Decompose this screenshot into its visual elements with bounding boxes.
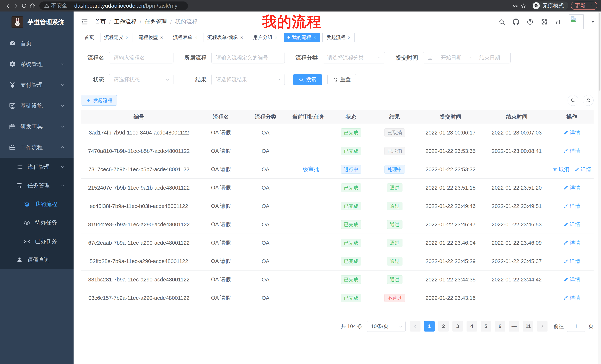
tab-process-form-edit[interactable]: 流程表单-编辑× — [204, 33, 247, 42]
action-detail-link[interactable]: 详情 — [563, 147, 580, 154]
action-detail-link[interactable]: 详情 — [563, 221, 580, 228]
refresh-table-button[interactable] — [583, 95, 594, 106]
sidebar-item-label: 基础设施 — [20, 102, 60, 110]
browser-menu-icon[interactable] — [589, 3, 593, 8]
back-icon[interactable] — [4, 2, 12, 10]
page-button-11[interactable]: 11 — [523, 321, 533, 332]
action-label: 取消 — [559, 166, 569, 173]
sidebar-item-payment-management[interactable]: 支付管理 — [0, 75, 74, 95]
action-detail-link[interactable]: 详情 — [563, 239, 580, 246]
scrollbar-thumb[interactable] — [599, 13, 601, 91]
hamburger-icon[interactable] — [80, 18, 88, 26]
action-detail-link[interactable]: 详情 — [563, 258, 580, 265]
fullscreen-icon[interactable] — [541, 18, 548, 26]
breadcrumb-item[interactable]: 任务管理 — [145, 18, 167, 26]
tab-process-model[interactable]: 流程模型× — [135, 33, 167, 42]
sidebar-item-process-management[interactable]: 流程管理 — [0, 158, 74, 176]
update-button[interactable]: 更新 — [571, 2, 597, 10]
prev-page-button[interactable] — [410, 321, 421, 332]
result-badge: 已取消 — [384, 128, 405, 137]
search-button[interactable]: 搜索 — [293, 74, 322, 85]
search-icon[interactable] — [498, 18, 506, 26]
process-category-select[interactable]: 请选择流程分类 — [323, 52, 385, 63]
sidebar-item-home[interactable]: 首页 — [0, 33, 74, 54]
breadcrumb-item[interactable]: 首页 — [95, 18, 106, 26]
edit-icon — [563, 277, 568, 282]
close-icon[interactable]: × — [194, 35, 197, 40]
submit-time-range-picker[interactable]: 开始日期 - 结束日期 — [423, 52, 511, 63]
action-detail-link[interactable]: 详情 — [563, 203, 580, 210]
sidebar-item-todo-tasks[interactable]: 待办任务 — [0, 213, 74, 232]
page-button-2[interactable]: 2 — [438, 321, 449, 332]
start-process-button[interactable]: 发起流程 — [81, 95, 117, 105]
page-button-5[interactable]: 5 — [481, 321, 491, 332]
action-links: 详情 — [563, 129, 580, 136]
sidebar-item-infrastructure[interactable]: 基础设施 — [0, 95, 74, 116]
reset-button[interactable]: 重置 — [327, 74, 356, 85]
close-icon[interactable]: × — [240, 35, 243, 40]
tab-my-process[interactable]: 我的流程× — [284, 33, 320, 42]
tab-start-process[interactable]: 发起流程× — [322, 33, 355, 42]
logo-image — [11, 16, 23, 28]
cell-end-time: 2022-01-22 23:46:53 — [483, 215, 550, 234]
action-detail-link[interactable]: 详情 — [563, 184, 580, 191]
page-size-select[interactable]: 10条/页 — [367, 321, 406, 332]
tab-user-group[interactable]: 用户分组× — [249, 33, 281, 42]
owner-process-label: 所属流程 — [182, 54, 207, 62]
current-task-link[interactable]: 一级审批 — [298, 166, 319, 172]
page-button-1[interactable]: 1 — [424, 321, 435, 332]
action-detail-link[interactable]: 详情 — [563, 129, 580, 136]
action-cancel-link[interactable]: 取消 — [552, 166, 569, 173]
page-button-3[interactable]: 3 — [452, 321, 463, 332]
action-label: 详情 — [570, 129, 580, 136]
page-button-4[interactable]: 4 — [467, 321, 477, 332]
goto-page-input[interactable] — [567, 321, 585, 332]
reload-icon[interactable] — [20, 2, 28, 10]
cell-actions: 详情 — [550, 179, 594, 197]
process-name-input[interactable] — [109, 52, 173, 63]
scrollbar[interactable] — [598, 11, 601, 364]
sidebar-item-leave-query[interactable]: 请假查询 — [0, 250, 74, 269]
column-header: 操作 — [550, 110, 594, 124]
github-icon[interactable] — [512, 18, 520, 26]
result-select[interactable]: 请选择流结果 — [211, 74, 285, 85]
action-detail-link[interactable]: 详情 — [563, 294, 580, 301]
close-icon[interactable]: × — [160, 35, 163, 40]
sidebar-item-task-management[interactable]: 任务管理 — [0, 176, 74, 195]
cell-process-id: 03c6c157-7b9a-11ec-a290-acde48001122 — [81, 289, 197, 307]
help-icon[interactable] — [526, 18, 534, 26]
font-size-icon[interactable] — [555, 18, 562, 26]
breadcrumb-item[interactable]: 工作流程 — [114, 18, 136, 26]
close-icon[interactable]: × — [313, 35, 316, 40]
address-bar[interactable]: 不安全 dashboard.yudao.iocoder.cn/bpm/task/… — [39, 1, 188, 10]
sidebar-item-my-process[interactable]: 我的流程 — [0, 195, 74, 213]
tab-process-form[interactable]: 流程表单× — [169, 33, 201, 42]
status-select[interactable]: 请选择状态 — [109, 74, 173, 85]
show-search-button[interactable] — [568, 95, 578, 106]
sidebar-item-system-management[interactable]: 系统管理 — [0, 54, 74, 75]
next-page-button[interactable] — [537, 321, 548, 332]
action-links: 详情 — [563, 239, 580, 246]
avatar-caret-icon[interactable] — [590, 19, 595, 25]
action-detail-link[interactable]: 详情 — [563, 276, 580, 283]
sidebar-item-done-tasks[interactable]: 已办任务 — [0, 232, 74, 250]
close-icon[interactable]: × — [348, 35, 351, 40]
page-button-6[interactable]: 6 — [495, 321, 505, 332]
tab-process-definition[interactable]: 流程定义× — [100, 33, 132, 42]
action-detail-link[interactable]: 详情 — [574, 166, 591, 173]
breadcrumb-separator: / — [109, 19, 111, 25]
forward-icon[interactable] — [12, 2, 20, 10]
cell-process-category: OA — [245, 270, 286, 289]
sidebar-item-workflow[interactable]: 工作流程 — [0, 137, 74, 158]
close-icon[interactable]: × — [126, 35, 129, 40]
bookmark-star-icon[interactable] — [519, 2, 527, 10]
close-icon[interactable]: × — [274, 35, 277, 40]
app-logo[interactable]: 芋道管理系统 — [0, 11, 74, 33]
tab-home[interactable]: 首页 — [80, 33, 98, 42]
home-icon[interactable] — [28, 2, 36, 10]
pager-ellipsis[interactable]: ••• — [509, 321, 519, 332]
sidebar-item-dev-tools[interactable]: 研发工具 — [0, 116, 74, 137]
password-key-icon[interactable] — [511, 2, 519, 10]
avatar[interactable] — [569, 14, 583, 29]
owner-process-input[interactable] — [211, 52, 285, 63]
